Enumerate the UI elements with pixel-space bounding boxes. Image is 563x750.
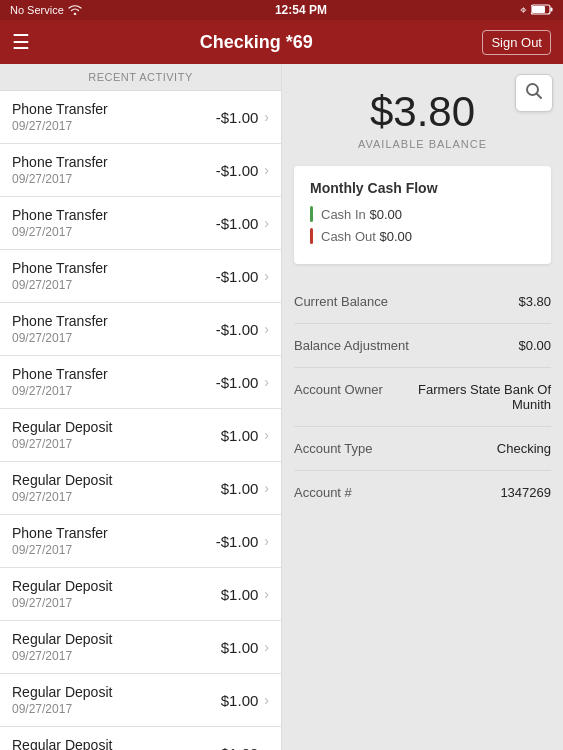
search-icon xyxy=(525,82,543,105)
transaction-amount-area: -$1.00 › xyxy=(216,215,269,232)
sign-out-button[interactable]: Sign Out xyxy=(482,30,551,55)
transaction-name: Phone Transfer xyxy=(12,366,108,382)
detail-value: Farmers State Bank Of Munith xyxy=(401,382,551,412)
transaction-amount-area: $1.00 › xyxy=(221,480,269,497)
detail-label: Account # xyxy=(294,485,352,500)
transaction-amount-area: -$1.00 › xyxy=(216,162,269,179)
detail-row: Account Type Checking xyxy=(294,427,551,471)
chevron-right-icon: › xyxy=(264,639,269,655)
transaction-date: 09/27/2017 xyxy=(12,702,112,716)
transaction-item[interactable]: Phone Transfer 09/27/2017 -$1.00 › xyxy=(0,250,281,303)
status-bar: No Service 12:54 PM ⌖ xyxy=(0,0,563,20)
cash-out-value: $0.00 xyxy=(380,229,413,244)
transaction-amount-area: -$1.00 › xyxy=(216,374,269,391)
transaction-date: 09/27/2017 xyxy=(12,119,108,133)
transaction-item[interactable]: Phone Transfer 09/27/2017 -$1.00 › xyxy=(0,515,281,568)
transaction-amount: $1.00 xyxy=(221,745,259,751)
battery-icon xyxy=(531,4,553,17)
transaction-info: Regular Deposit 09/27/2017 xyxy=(12,631,112,663)
chevron-right-icon: › xyxy=(264,374,269,390)
recent-activity-header: RECENT ACTIVITY xyxy=(0,64,281,91)
transaction-amount: -$1.00 xyxy=(216,162,259,179)
chevron-right-icon: › xyxy=(264,533,269,549)
svg-line-4 xyxy=(537,93,542,98)
transaction-name: Phone Transfer xyxy=(12,207,108,223)
cash-out-row: Cash Out $0.00 xyxy=(310,228,535,244)
transaction-info: Phone Transfer 09/27/2017 xyxy=(12,154,108,186)
transaction-info: Regular Deposit 09/27/2017 xyxy=(12,684,112,716)
detail-row: Account # 1347269 xyxy=(294,471,551,514)
transaction-name: Regular Deposit xyxy=(12,419,112,435)
transaction-amount-area: $1.00 › xyxy=(221,427,269,444)
transaction-info: Phone Transfer 09/27/2017 xyxy=(12,207,108,239)
transaction-name: Regular Deposit xyxy=(12,631,112,647)
chevron-right-icon: › xyxy=(264,745,269,750)
transaction-list-panel: RECENT ACTIVITY Phone Transfer 09/27/201… xyxy=(0,64,282,750)
transaction-item[interactable]: Regular Deposit 09/27/2017 $1.00 › xyxy=(0,621,281,674)
transaction-amount-area: -$1.00 › xyxy=(216,533,269,550)
available-balance-amount: $3.80 xyxy=(298,88,547,136)
transaction-item[interactable]: Phone Transfer 09/27/2017 -$1.00 › xyxy=(0,356,281,409)
transaction-item[interactable]: Regular Deposit 09/27/2017 $1.00 › xyxy=(0,727,281,750)
available-balance-label: AVAILABLE BALANCE xyxy=(298,138,547,150)
transaction-info: Phone Transfer 09/27/2017 xyxy=(12,101,108,133)
transaction-item[interactable]: Regular Deposit 09/27/2017 $1.00 › xyxy=(0,409,281,462)
transaction-date: 09/27/2017 xyxy=(12,172,108,186)
cash-out-indicator xyxy=(310,228,313,244)
transaction-amount: -$1.00 xyxy=(216,321,259,338)
hamburger-menu-button[interactable]: ☰ xyxy=(12,30,30,54)
transaction-date: 09/27/2017 xyxy=(12,490,112,504)
bluetooth-icon: ⌖ xyxy=(520,3,527,17)
cash-in-label: Cash In xyxy=(321,207,366,222)
chevron-right-icon: › xyxy=(264,162,269,178)
transaction-date: 09/27/2017 xyxy=(12,331,108,345)
transaction-date: 09/27/2017 xyxy=(12,543,108,557)
account-detail-panel: $3.80 AVAILABLE BALANCE Monthly Cash Flo… xyxy=(282,64,563,750)
transaction-item[interactable]: Regular Deposit 09/27/2017 $1.00 › xyxy=(0,462,281,515)
status-left: No Service xyxy=(10,4,82,17)
transaction-amount-area: -$1.00 › xyxy=(216,321,269,338)
detail-value: Checking xyxy=(497,441,551,456)
detail-row: Account Owner Farmers State Bank Of Muni… xyxy=(294,368,551,427)
chevron-right-icon: › xyxy=(264,480,269,496)
transaction-date: 09/27/2017 xyxy=(12,437,112,451)
transaction-info: Phone Transfer 09/27/2017 xyxy=(12,313,108,345)
transaction-item[interactable]: Regular Deposit 09/27/2017 $1.00 › xyxy=(0,674,281,727)
detail-label: Account Owner xyxy=(294,382,383,397)
nav-bar: ☰ Checking *69 Sign Out xyxy=(0,20,563,64)
transaction-amount: -$1.00 xyxy=(216,109,259,126)
transaction-date: 09/27/2017 xyxy=(12,278,108,292)
transaction-amount: $1.00 xyxy=(221,692,259,709)
transaction-info: Phone Transfer 09/27/2017 xyxy=(12,525,108,557)
chevron-right-icon: › xyxy=(264,268,269,284)
status-time: 12:54 PM xyxy=(275,3,327,17)
cashflow-card: Monthly Cash Flow Cash In $0.00 Cash Out… xyxy=(294,166,551,264)
detail-label: Account Type xyxy=(294,441,373,456)
cash-out-label: Cash Out xyxy=(321,229,376,244)
transaction-item[interactable]: Regular Deposit 09/27/2017 $1.00 › xyxy=(0,568,281,621)
transaction-date: 09/27/2017 xyxy=(12,225,108,239)
transaction-name: Regular Deposit xyxy=(12,578,112,594)
transaction-item[interactable]: Phone Transfer 09/27/2017 -$1.00 › xyxy=(0,303,281,356)
chevron-right-icon: › xyxy=(264,215,269,231)
cashflow-title: Monthly Cash Flow xyxy=(310,180,535,196)
transaction-item[interactable]: Phone Transfer 09/27/2017 -$1.00 › xyxy=(0,91,281,144)
transaction-list: Phone Transfer 09/27/2017 -$1.00 › Phone… xyxy=(0,91,281,750)
account-details-section: Current Balance $3.80 Balance Adjustment… xyxy=(282,280,563,514)
transaction-item[interactable]: Phone Transfer 09/27/2017 -$1.00 › xyxy=(0,197,281,250)
transaction-amount: -$1.00 xyxy=(216,374,259,391)
chevron-right-icon: › xyxy=(264,586,269,602)
transaction-date: 09/27/2017 xyxy=(12,596,112,610)
transaction-amount: -$1.00 xyxy=(216,533,259,550)
detail-value: $3.80 xyxy=(518,294,551,309)
search-button[interactable] xyxy=(515,74,553,112)
transaction-info: Regular Deposit 09/27/2017 xyxy=(12,472,112,504)
transaction-amount: $1.00 xyxy=(221,480,259,497)
detail-value: 1347269 xyxy=(500,485,551,500)
transaction-amount-area: -$1.00 › xyxy=(216,109,269,126)
service-label: No Service xyxy=(10,4,64,16)
nav-title: Checking *69 xyxy=(200,32,313,53)
transaction-amount-area: $1.00 › xyxy=(221,745,269,751)
transaction-item[interactable]: Phone Transfer 09/27/2017 -$1.00 › xyxy=(0,144,281,197)
transaction-amount: $1.00 xyxy=(221,586,259,603)
